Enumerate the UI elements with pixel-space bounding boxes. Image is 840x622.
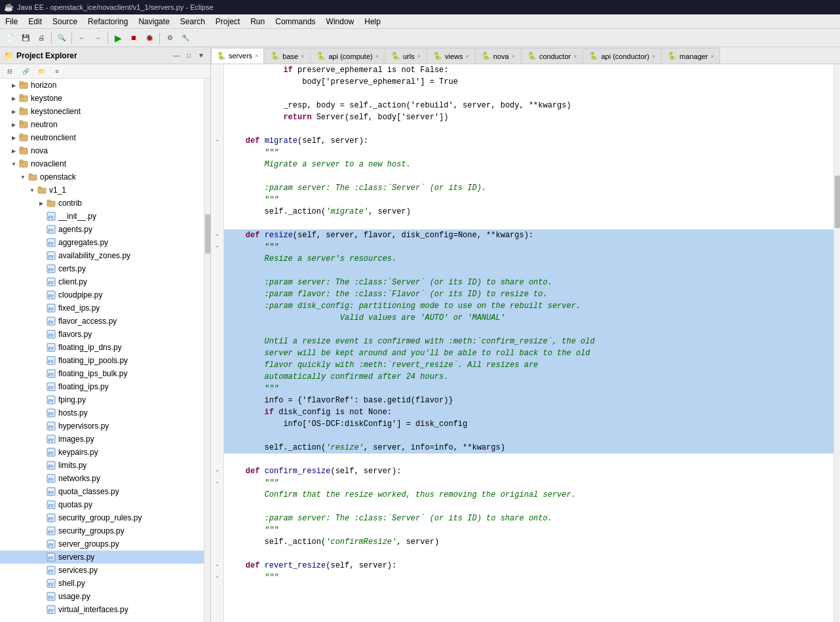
tree-item-servers-py[interactable]: pyservers.py (0, 551, 204, 564)
tab-close-6[interactable]: × (573, 53, 577, 60)
tree-item-fping-py[interactable]: pyfping.py (0, 393, 204, 406)
toolbar-search[interactable]: 🔍 (54, 31, 69, 45)
menu-help[interactable]: Help (359, 14, 386, 28)
menu-source[interactable]: Source (47, 14, 83, 28)
tree-item-flavor-access-py[interactable]: pyflavor_access.py (0, 315, 204, 328)
tree-item-quotas-py[interactable]: pyquotas.py (0, 498, 204, 511)
tree-item-security-groups-py[interactable]: pysecurity_groups.py (0, 524, 204, 537)
tab-manager[interactable]: 🐍manager× (662, 48, 720, 64)
tree-item---init---py[interactable]: py__init__.py (0, 210, 204, 223)
tab-conductor[interactable]: 🐍conductor× (522, 48, 583, 64)
tree-item-keystoneclient[interactable]: ▶keystoneclient (0, 105, 204, 118)
tree-item-nova[interactable]: ▶nova (0, 144, 204, 157)
tree-item-neutronclient[interactable]: ▶neutronclient (0, 131, 204, 144)
tree-item-security-group-rules-py[interactable]: pysecurity_group_rules.py (0, 511, 204, 524)
tree-item-services-py[interactable]: pyservices.py (0, 564, 204, 577)
tab-views[interactable]: 🐍views× (427, 48, 475, 64)
tree-item-floating-ip-pools-py[interactable]: pyfloating_ip_pools.py (0, 354, 204, 367)
tree-item-usage-py[interactable]: pyusage.py (0, 590, 204, 603)
tree-item-shell-py[interactable]: pyshell.py (0, 577, 204, 590)
tree-item-certs-py[interactable]: pycerts.py (0, 262, 204, 275)
fold-34[interactable]: − (212, 465, 223, 477)
fold-43[interactable]: − (212, 572, 223, 583)
tab-base[interactable]: 🐍base× (265, 48, 310, 64)
tree-item-fixed-ips-py[interactable]: pyfixed_ips.py (0, 301, 204, 315)
tree-item-availability-zones-py[interactable]: pyavailability_zones.py (0, 249, 204, 262)
tab-close-7[interactable]: × (652, 53, 655, 60)
tab-urls[interactable]: 🐍urls× (385, 48, 427, 64)
toolbar-run-btn[interactable]: ▶ (111, 31, 125, 45)
tree-item-hosts-py[interactable]: pyhosts.py (0, 406, 204, 419)
menu-navigate[interactable]: Navigate (133, 14, 174, 28)
sidebar-view-menu[interactable]: ≡ (50, 64, 64, 79)
tree-item-keystone[interactable]: ▶keystone (0, 92, 204, 105)
tab-api--compute-[interactable]: 🐍api (compute)× (311, 48, 385, 64)
sidebar-maximize-btn[interactable]: □ (183, 50, 194, 61)
sidebar-vscroll[interactable] (204, 79, 210, 622)
tree-item-v1-1[interactable]: ▼v1_1 (0, 184, 204, 197)
toolbar-back[interactable]: ← (75, 31, 89, 45)
toolbar-print[interactable]: 🖨 (34, 31, 48, 45)
tab-close-8[interactable]: × (711, 53, 714, 60)
tree-item-hypervisors-py[interactable]: pyhypervisors.py (0, 419, 204, 433)
tree-item-keypairs-py[interactable]: pykeypairs.py (0, 446, 204, 459)
fold-6[interactable]: − (212, 135, 223, 147)
tree-item-quota-classes-py[interactable]: pyquota_classes.py (0, 485, 204, 498)
toolbar-new[interactable]: 📄 (3, 31, 17, 45)
fold-15[interactable]: − (212, 241, 223, 253)
tree-item-limits-py[interactable]: pylimits.py (0, 459, 204, 472)
tree-item-openstack[interactable]: ▼openstack (0, 170, 204, 184)
toolbar-stop-btn[interactable]: ⏹ (126, 31, 141, 45)
tab-close-0[interactable]: × (255, 52, 258, 59)
tab-close-1[interactable]: × (301, 53, 304, 60)
toolbar-save[interactable]: 💾 (18, 31, 33, 45)
tree-item-contrib[interactable]: ▶contrib (0, 197, 204, 210)
menu-commands[interactable]: Commands (270, 14, 320, 28)
menu-file[interactable]: File (0, 14, 23, 28)
menu-edit[interactable]: Edit (23, 14, 47, 28)
sidebar-vscroll-thumb[interactable] (205, 214, 210, 254)
toolbar-misc-1[interactable]: ⚙ (162, 31, 177, 45)
toolbar-forward[interactable]: → (90, 31, 105, 45)
menu-window[interactable]: Window (321, 14, 360, 28)
sidebar-minimize-btn[interactable]: — (171, 50, 181, 61)
tree-item-aggregates-py[interactable]: pyaggregates.py (0, 236, 204, 249)
tree-container[interactable]: ▶horizon▶keystone▶keystoneclient▶neutron… (0, 79, 204, 622)
editor-vscroll[interactable] (833, 64, 840, 622)
menu-run[interactable]: Run (245, 14, 270, 28)
menu-refactoring[interactable]: Refactoring (83, 14, 133, 28)
fold-35[interactable]: − (212, 477, 223, 489)
sidebar-collapse-all[interactable]: ⊟ (3, 64, 17, 79)
code-editor[interactable]: −−−−−−− if preserve_ephemeral is not Fal… (211, 64, 840, 622)
menu-project[interactable]: Project (210, 14, 245, 28)
toolbar-misc-2[interactable]: 🔧 (178, 31, 193, 45)
tree-item-images-py[interactable]: pyimages.py (0, 433, 204, 446)
tree-item-neutron[interactable]: ▶neutron (0, 118, 204, 131)
tree-item-flavors-py[interactable]: pyflavors.py (0, 328, 204, 341)
tab-close-3[interactable]: × (417, 53, 421, 60)
tab-nova[interactable]: 🐍nova× (476, 48, 521, 64)
tree-item-networks-py[interactable]: pynetworks.py (0, 472, 204, 485)
tree-item-client-py[interactable]: pyclient.py (0, 275, 204, 288)
tab-api--conductor-[interactable]: 🐍api (conductor)× (583, 48, 661, 64)
sidebar-menu-btn[interactable]: ▼ (196, 50, 206, 61)
tab-close-5[interactable]: × (512, 53, 515, 60)
tab-servers[interactable]: 🐍servers× (211, 48, 264, 64)
sidebar-new-folder[interactable]: 📁 (34, 64, 48, 79)
tree-item-floating-ips-py[interactable]: pyfloating_ips.py (0, 380, 204, 393)
tree-item-novaclient[interactable]: ▼novaclient (0, 157, 204, 170)
fold-14[interactable]: − (212, 229, 223, 241)
menu-search[interactable]: Search (175, 14, 210, 28)
tree-item-cloudpipe-py[interactable]: pycloudpipe.py (0, 288, 204, 301)
tree-item-horizon[interactable]: ▶horizon (0, 79, 204, 92)
tab-close-2[interactable]: × (375, 53, 379, 60)
toolbar-debug-btn[interactable]: 🐞 (142, 31, 157, 45)
tree-item-agents-py[interactable]: pyagents.py (0, 223, 204, 236)
tree-item-floating-ip-dns-py[interactable]: pyfloating_ip_dns.py (0, 341, 204, 354)
tree-item-virtual-interfaces-py[interactable]: pyvirtual_interfaces.py (0, 603, 204, 616)
sidebar-link-editor[interactable]: 🔗 (18, 64, 33, 79)
tree-item-server-groups-py[interactable]: pyserver_groups.py (0, 537, 204, 551)
tree-item-floating-ips-bulk-py[interactable]: pyfloating_ips_bulk.py (0, 367, 204, 380)
editor-vscroll-thumb[interactable] (835, 176, 840, 228)
fold-42[interactable]: − (212, 560, 223, 572)
